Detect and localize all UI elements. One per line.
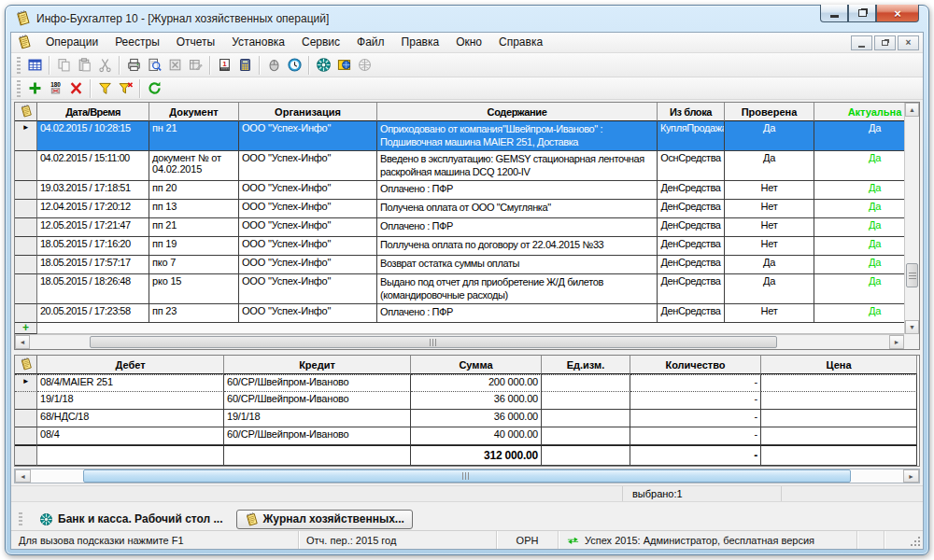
add-operation-button[interactable]: [24, 78, 45, 99]
scroll-up-button[interactable]: ▲: [905, 103, 919, 117]
table-row[interactable]: 20.05.2015 / 17:23:58 пп 23 ООО "Успех-И…: [15, 304, 904, 323]
turn-180-button[interactable]: [45, 78, 65, 99]
col-header-content[interactable]: Содержание: [377, 103, 658, 121]
scroll-left-button[interactable]: ◄: [15, 469, 31, 483]
copy-button[interactable]: [53, 55, 74, 76]
cell-actual: Да: [814, 256, 904, 274]
delete-operation-button[interactable]: [65, 78, 86, 99]
add-row-button[interactable]: +: [15, 323, 37, 334]
col-header-unit[interactable]: Ед.изм.: [542, 356, 630, 374]
table-edit-button[interactable]: [185, 55, 205, 76]
table-row[interactable]: 04.02.2015 / 15:11:00 документ № от 04.0…: [15, 151, 904, 181]
calendar-button[interactable]: [214, 55, 234, 76]
posting-row[interactable]: 08/4 60/СР/Швейпром-Иваново 40 000.00 -: [15, 427, 917, 445]
scroll-right-button[interactable]: ►: [889, 335, 904, 349]
close-button[interactable]: ×: [876, 5, 919, 22]
col-header-debit[interactable]: Дебет: [37, 356, 224, 374]
refresh-button[interactable]: [144, 78, 164, 99]
posting-row[interactable]: 19/1/18 60/СР/Швейпром-Иваново 36 000.00…: [15, 392, 917, 410]
status-empty-segment: [857, 531, 884, 549]
hscroll-track[interactable]: [31, 469, 903, 483]
menu-setup[interactable]: Установка: [223, 34, 293, 50]
resize-grip[interactable]: [911, 537, 921, 547]
add-row[interactable]: +: [15, 323, 904, 334]
tabbar-grip[interactable]: [19, 512, 22, 525]
web-button[interactable]: [354, 55, 375, 76]
table-row[interactable]: 12.04.2015 / 17:20:12 пп 13 ООО "Успех-И…: [15, 200, 904, 218]
table-row[interactable]: 18.05.2015 / 18:26:48 рко 15 ООО "Успех-…: [15, 274, 904, 304]
vscroll-thumb[interactable]: [906, 263, 918, 287]
scroll-right-button[interactable]: ►: [903, 469, 919, 483]
filter-button[interactable]: [94, 78, 115, 99]
row-marker: ►: [15, 374, 37, 392]
table-row[interactable]: 18.05.2015 / 17:57:17 пко 7 ООО "Успех-И…: [15, 256, 904, 274]
print-preview-button[interactable]: [144, 55, 164, 76]
col-header-block[interactable]: Из блока: [658, 103, 725, 121]
menu-service[interactable]: Сервис: [293, 34, 348, 50]
title-bar[interactable]: Инфо-Бухгалтер 10 - [Журнал хозяйственны…: [6, 6, 928, 31]
cell-doc: рко 15: [149, 274, 239, 304]
table-row[interactable]: 12.05.2015 / 17:21:47 пп 21 ООО "Успех-И…: [15, 218, 904, 237]
paste-button[interactable]: [74, 55, 94, 76]
toolbar-grip[interactable]: [17, 57, 21, 74]
menu-reports[interactable]: Отчеты: [168, 34, 223, 50]
clock-button[interactable]: [284, 55, 304, 76]
restore-button[interactable]: [848, 5, 876, 22]
tab-journal[interactable]: Журнал хозяйственных...: [236, 510, 413, 529]
col-header-doc[interactable]: Документ: [149, 103, 239, 121]
col-header-datetime[interactable]: Дата/Время: [37, 103, 149, 121]
table-row[interactable]: 19.03.2015 / 17:18:51 пп 20 ООО "Успех-И…: [15, 181, 904, 200]
print-button[interactable]: [123, 55, 144, 76]
posting-row[interactable]: 68/НДС/18 19/1/18 36 000.00 -: [15, 410, 917, 427]
picture-mail-button[interactable]: [333, 55, 354, 76]
menu-window[interactable]: Окно: [447, 34, 490, 50]
mdi-close-button[interactable]: ×: [898, 35, 919, 50]
journal-vscrollbar[interactable]: ▲ ▼: [904, 103, 919, 334]
minimize-button[interactable]: [820, 5, 848, 22]
col-header-credit[interactable]: Кредит: [224, 356, 411, 374]
mdi-restore-button[interactable]: [874, 35, 896, 50]
mouse-settings-button[interactable]: [263, 55, 284, 76]
mdi-minimize-button[interactable]: [851, 35, 872, 50]
col-header-org[interactable]: Организация: [239, 103, 377, 121]
menu-file[interactable]: Файл: [348, 34, 393, 50]
toolbar-grip[interactable]: [17, 80, 21, 97]
cell-content: Получена оплата от ООО "Смуглянка": [377, 200, 658, 218]
menu-help[interactable]: Справка: [490, 34, 551, 50]
journal-hscrollbar[interactable]: ◄ ►: [15, 334, 904, 349]
vscroll-track[interactable]: [905, 117, 919, 320]
hscroll-thumb[interactable]: [90, 336, 777, 348]
operations-toolbar: [11, 77, 923, 100]
table-row[interactable]: ► 04.02.2015 / 10:28:15 пн 21 ООО "Успех…: [15, 121, 904, 151]
scroll-left-button[interactable]: ◄: [15, 335, 30, 349]
menu-registers[interactable]: Реестры: [106, 34, 168, 50]
col-header-checked[interactable]: Проверена: [725, 103, 814, 121]
col-header-sum[interactable]: Сумма: [411, 356, 542, 374]
panel-splitter[interactable]: [11, 350, 923, 353]
cell-block: ДенСредства: [658, 256, 725, 274]
cell-actual: Да: [814, 274, 904, 304]
hscroll-thumb[interactable]: [83, 469, 851, 483]
cell-content: Оплачено : ПФР: [377, 181, 658, 200]
cell-qty: -: [630, 410, 761, 427]
calculator-button[interactable]: [234, 55, 255, 76]
status-period: Отч. пер.: 2015 год: [299, 531, 497, 549]
scroll-down-button[interactable]: ▼: [905, 320, 919, 334]
export-button[interactable]: [164, 55, 185, 76]
journal-grid-button[interactable]: [24, 55, 45, 76]
table-row[interactable]: 18.05.2015 / 17:16:20 пп 19 ООО "Успех-И…: [15, 237, 904, 256]
workspace-button[interactable]: [313, 55, 333, 76]
menu-operations[interactable]: Операции: [37, 34, 106, 50]
col-header-price[interactable]: Цена: [761, 356, 917, 374]
postings-hscrollbar[interactable]: ◄ ►: [14, 469, 920, 483]
tab-bank-desktop[interactable]: Банк и касса. Рабочий стол ...: [32, 511, 231, 528]
col-header-actual[interactable]: Актуальна: [814, 103, 904, 121]
mouse-icon: [266, 57, 282, 73]
toolbar-separator: [209, 56, 210, 75]
col-header-qty[interactable]: Количество: [630, 356, 761, 374]
menu-edit[interactable]: Правка: [393, 34, 448, 50]
cut-button[interactable]: [94, 55, 115, 76]
posting-row[interactable]: ► 08/4/MAIER 251 60/СР/Швейпром-Иваново …: [15, 374, 917, 392]
hscroll-track[interactable]: [30, 335, 889, 349]
filter-clear-button[interactable]: [115, 78, 135, 99]
